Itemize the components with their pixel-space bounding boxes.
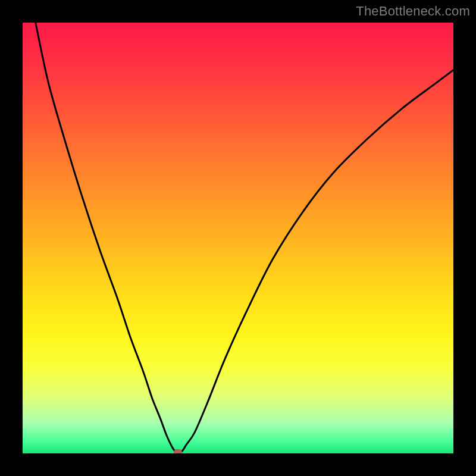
plot-area: [23, 23, 453, 453]
curve-layer: [23, 23, 453, 453]
bottleneck-curve: [36, 23, 453, 452]
watermark-text: TheBottleneck.com: [356, 4, 470, 19]
chart-frame: TheBottleneck.com: [0, 0, 476, 476]
minimum-marker: [174, 449, 182, 453]
